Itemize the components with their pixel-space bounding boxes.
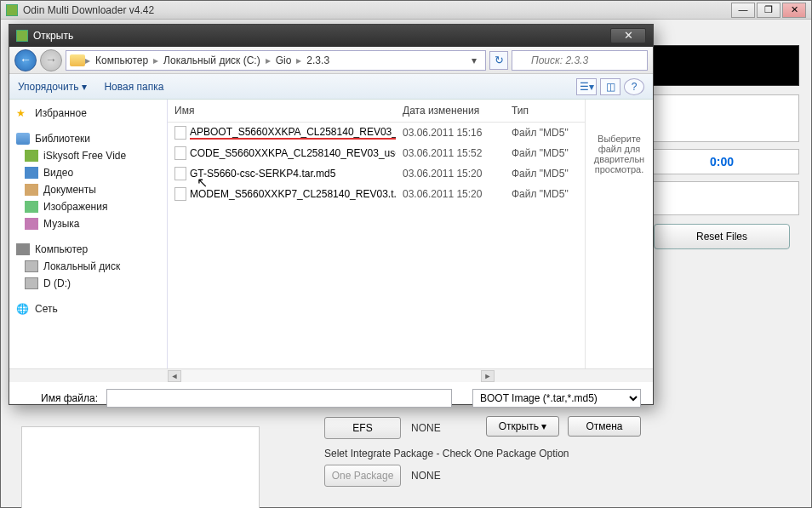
horizontal-scrollbar[interactable]: ◄ ► [9, 368, 653, 382]
breadcrumb-seg-2[interactable]: Gio [271, 54, 297, 66]
sidebar-lib-0[interactable]: iSkysoft Free Vide [9, 147, 167, 164]
timer-display: 0:00 [644, 149, 799, 174]
col-date[interactable]: Дата изменения [396, 100, 505, 122]
odin-titlebar: Odin Multi Downloader v4.42 — ❐ ✕ [1, 1, 811, 20]
documents-icon [25, 184, 38, 196]
computer-icon [16, 243, 30, 255]
search-input[interactable] [512, 50, 648, 71]
file-type: Файл "MD5" [505, 166, 585, 181]
breadcrumb-bar[interactable]: ▸ Компьютер▸ Локальный диск (C:)▸ Gio▸ 2… [66, 50, 486, 71]
minimize-button[interactable]: — [731, 3, 755, 18]
file-type: Файл "MD5" [505, 125, 585, 140]
network-icon: 🌐 [16, 303, 30, 315]
file-date: 03.06.2011 15:16 [396, 125, 505, 140]
file-icon [174, 187, 186, 201]
refresh-button[interactable]: ↻ [489, 51, 508, 70]
sidebar-lib-2[interactable]: Документы [9, 181, 167, 198]
filename-label: Имя файла: [21, 392, 98, 404]
help-button[interactable]: ? [624, 78, 644, 95]
breadcrumb-dropdown-icon[interactable]: ▾ [466, 54, 482, 66]
dialog-toolbar: Упорядочить ▾ Новая папка ☰▾ ◫ ? [9, 74, 653, 100]
scroll-left-icon[interactable]: ◄ [168, 370, 181, 382]
libraries-icon [16, 133, 30, 145]
dialog-sidebar: ★Избранное Библиотеки iSkysoft Free Vide… [9, 100, 168, 368]
music-icon [25, 218, 38, 230]
disk-icon [25, 277, 38, 289]
preview-pane: Выберите файл для дварительн просмотра. [585, 100, 653, 368]
one-package-value: NONE [411, 470, 441, 482]
open-button[interactable]: Открыть ▾ [486, 416, 559, 437]
video-icon [25, 167, 38, 179]
sidebar-drive-0[interactable]: Локальный диск [9, 258, 167, 275]
app-icon [25, 150, 38, 162]
reset-files-button[interactable]: Reset Files [654, 224, 790, 249]
file-list: Имя Дата изменения Тип APBOOT_S5660XXKPA… [168, 100, 585, 368]
file-name: APBOOT_S5660XXKPA_CL258140_REV03_... [190, 126, 396, 140]
maximize-button[interactable]: ❐ [757, 3, 781, 18]
dialog-nav-bar: ← → ▸ Компьютер▸ Локальный диск (C:)▸ Gi… [9, 47, 653, 74]
sidebar-lib-3[interactable]: Изображения [9, 198, 167, 215]
dialog-title: Открыть [33, 30, 610, 42]
dialog-app-icon [16, 30, 28, 42]
breadcrumb-seg-3[interactable]: 2.3.3 [301, 54, 335, 66]
sidebar-favorites[interactable]: ★Избранное [9, 105, 167, 122]
sidebar-libraries[interactable]: Библиотеки [9, 130, 167, 147]
star-icon: ★ [16, 107, 30, 119]
status-box-1 [644, 94, 799, 142]
file-row[interactable]: APBOOT_S5660XXKPA_CL258140_REV03_... 03.… [168, 123, 585, 143]
breadcrumb-seg-1[interactable]: Локальный диск (C:) [158, 54, 266, 66]
file-date: 03.06.2011 15:20 [396, 166, 505, 181]
cancel-button[interactable]: Отмена [568, 416, 641, 437]
file-name: GT-S5660-csc-SERKP4.tar.md5 [190, 168, 335, 180]
file-name: MODEM_S5660XXKP7_CL258140_REV03.t... [190, 188, 396, 200]
file-row[interactable]: CODE_S5660XXKPA_CL258140_REV03_use... 03… [168, 143, 585, 163]
file-type: Файл "MD5" [505, 186, 585, 202]
odin-app-icon [6, 4, 18, 16]
file-type: Файл "MD5" [505, 146, 585, 161]
sidebar-drive-1[interactable]: D (D:) [9, 275, 167, 292]
file-row[interactable]: MODEM_S5660XXKP7_CL258140_REV03.t... 03.… [168, 184, 585, 204]
filetype-select[interactable]: BOOT Image (*.tar,*.md5) [472, 389, 641, 408]
view-options-button[interactable]: ☰▾ [576, 78, 597, 95]
sidebar-lib-1[interactable]: Видео [9, 164, 167, 181]
filename-input[interactable] [106, 389, 452, 408]
file-date: 03.06.2011 15:20 [396, 186, 505, 202]
right-panel: 0:00 Reset Files [644, 45, 799, 249]
file-list-header: Имя Дата изменения Тип [168, 100, 585, 123]
dialog-titlebar: Открыть ✕ [9, 25, 653, 47]
status-box-2 [644, 181, 799, 215]
sidebar-computer[interactable]: Компьютер [9, 241, 167, 258]
sidebar-lib-4[interactable]: Музыка [9, 215, 167, 232]
col-type[interactable]: Тип [505, 100, 585, 122]
close-button[interactable]: ✕ [782, 3, 806, 18]
file-date: 03.06.2011 15:52 [396, 146, 505, 161]
file-open-dialog: Открыть ✕ ← → ▸ Компьютер▸ Локальный дис… [9, 24, 654, 405]
images-icon [25, 201, 38, 213]
dialog-close-button[interactable]: ✕ [610, 28, 646, 43]
chevron-down-icon: ▾ [82, 81, 87, 93]
organize-menu[interactable]: Упорядочить ▾ [18, 81, 87, 93]
file-row[interactable]: GT-S5660-csc-SERKP4.tar.md5 03.06.2011 1… [168, 163, 585, 184]
nav-back-button[interactable]: ← [14, 49, 37, 71]
file-name: CODE_S5660XXKPA_CL258140_REV03_use... [190, 147, 396, 159]
file-icon [174, 146, 186, 160]
one-package-button[interactable]: One Package [324, 465, 401, 487]
file-icon [174, 167, 186, 180]
preview-pane-button[interactable]: ◫ [600, 78, 620, 95]
disk-icon [25, 260, 38, 272]
sidebar-network[interactable]: 🌐Сеть [9, 300, 167, 317]
breadcrumb-seg-0[interactable]: Компьютер [90, 54, 153, 66]
file-icon [174, 126, 186, 140]
new-folder-button[interactable]: Новая папка [104, 81, 163, 93]
folder-icon [70, 54, 85, 66]
scroll-right-icon[interactable]: ► [481, 370, 495, 382]
one-package-label: Selet Integrate Package - Check One Pack… [324, 448, 794, 459]
odin-title: Odin Multi Downloader v4.42 [23, 4, 731, 16]
log-box [644, 45, 799, 86]
col-name[interactable]: Имя [168, 100, 396, 122]
nav-forward-button[interactable]: → [40, 49, 62, 71]
